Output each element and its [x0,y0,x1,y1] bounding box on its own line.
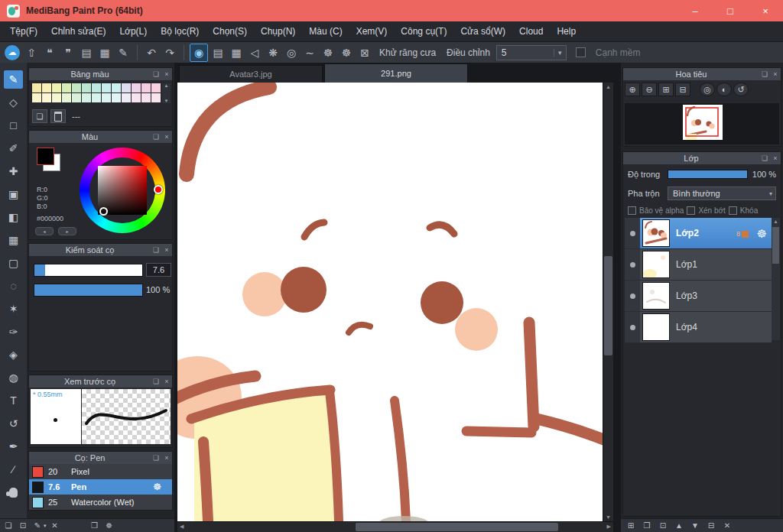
palette-swatch[interactable] [112,93,121,102]
cloud-save-button[interactable]: ☁ [5,45,20,60]
popout-icon[interactable]: ❏ [151,454,161,462]
scroll-up-icon[interactable]: ▲ [603,84,613,89]
palette-swatch[interactable] [82,83,91,92]
tool-move[interactable]: ✚ [4,162,23,180]
tool-hand[interactable] [4,483,23,501]
palette-swatch[interactable] [82,93,91,102]
palette-swatch[interactable] [132,93,141,102]
palette-scrollbar[interactable]: ▲ ▼ [162,83,171,103]
palette-swatch[interactable] [141,93,151,102]
tool-eraser[interactable]: ◇ [4,93,23,112]
tool-fill-rect[interactable]: ▣ [4,185,23,203]
share-button[interactable]: ⇧ [23,44,40,61]
scroll-left-icon[interactable]: ◀ [180,524,184,530]
move-layer-down-button[interactable]: ▼ [689,520,701,531]
delete-palette-color-button[interactable] [50,109,66,123]
delete-layer-button[interactable]: ✕ [721,520,733,531]
layer-visibility-toggle[interactable] [625,249,640,280]
layer-row-lop2[interactable]: Lớp2 8 ☸ [625,218,772,249]
scroll-down-icon[interactable]: ▼ [164,99,169,103]
palette-swatch[interactable] [92,83,101,92]
brush-settings-button[interactable]: ☸ [103,520,115,531]
brush-size-value[interactable]: 7.6 [146,263,171,277]
menu-file[interactable]: Tệp(F) [3,21,44,41]
palette-swatch[interactable] [72,83,81,92]
layer-row-lop3[interactable]: Lớp3 [625,281,772,312]
color-next-button[interactable]: ▸ [58,227,76,235]
foreground-color-swatch[interactable] [37,148,54,165]
menu-cloud[interactable]: Cloud [512,21,550,41]
adjust-dropdown[interactable]: 5 ▾ [496,45,567,60]
brush-tip-circle-button[interactable]: ◉ [190,44,208,62]
tool-eyedropper[interactable]: ∕ [4,460,23,478]
brush-config-button[interactable]: ☸ [320,44,336,61]
tool-gradient[interactable]: ▦ [4,231,23,249]
palette-swatch[interactable] [32,83,41,92]
hue-indicator[interactable] [154,185,163,194]
add-folder-button[interactable]: ❐ [641,520,653,531]
brush-item-watercolor[interactable]: 25 Watercolor (Wet) [29,495,172,510]
new-document-button[interactable]: ▤ [78,44,95,61]
popout-icon[interactable]: ❏ [759,70,770,78]
move-layer-up-button[interactable]: ▲ [673,520,685,531]
palette-swatch[interactable] [72,93,81,102]
tool-magic-wand[interactable]: ✶ [4,300,23,318]
chevron-down-icon[interactable]: ▾ [44,523,47,529]
fit-window-button[interactable]: ⊞ [658,83,674,96]
menu-snap[interactable]: Chụp(N) [254,21,302,41]
menu-layer[interactable]: Lớp(L) [112,21,154,41]
brush-gear-icon[interactable]: ☸ [153,482,161,492]
popout-icon[interactable]: ❏ [151,70,161,78]
palette-swatch[interactable] [122,83,131,92]
palette-swatch[interactable] [132,83,141,92]
popout-icon[interactable]: ❏ [151,133,161,141]
menu-select[interactable]: Chọn(S) [206,21,254,41]
layer-row-lop4[interactable]: Lớp4 [625,312,772,343]
add-palette-color-button[interactable]: ❏ [32,109,47,123]
palette-swatch[interactable] [52,93,61,102]
layer-opacity-slider[interactable] [668,170,748,179]
scroll-right-icon[interactable]: ▶ [607,524,611,530]
popout-icon[interactable]: ❏ [759,154,770,162]
antialias-toggle-icon[interactable]: ⊠ [356,44,373,61]
tool-select-bucket[interactable]: ◍ [4,368,23,387]
menu-edit[interactable]: Chỉnh sửa(E) [44,21,112,41]
palette-swatch[interactable] [151,83,161,92]
palette-swatch[interactable] [92,93,101,102]
tab-291[interactable]: 291.png [324,63,468,83]
layer-visibility-toggle[interactable] [625,312,640,342]
menu-window[interactable]: Cửa sổ(W) [453,21,512,41]
palette-swatch[interactable] [112,83,121,92]
tool-brush[interactable]: ✎ [4,70,23,89]
brush-opacity-slider[interactable] [34,284,143,297]
navigator-view[interactable] [625,103,779,144]
minimize-button[interactable]: – [677,0,713,21]
rotate-reset-button[interactable]: ◎ [700,83,715,96]
menu-color[interactable]: Màu (C) [302,21,349,41]
clipboard-brush-button[interactable]: ⊡ [17,520,29,531]
brush-menu-button[interactable]: ✎ [31,520,44,531]
canvas[interactable] [177,83,603,521]
flip-horizontal-button[interactable]: ◐ [716,83,732,96]
brush-lines-button[interactable]: ▤ [210,44,226,61]
vertical-scrollbar[interactable]: ▲ ▼ [603,83,613,521]
new-brush-button[interactable]: ❏ [2,520,15,531]
tool-text[interactable]: T [4,391,23,410]
chat-button[interactable]: ❞ [60,44,76,61]
tool-pen[interactable]: ✒ [4,437,23,456]
menu-help[interactable]: Help [550,21,583,41]
palette-swatch[interactable] [42,93,51,102]
palette-swatch[interactable] [42,83,51,92]
tool-rectangle[interactable]: □ [4,116,23,135]
tab-avatar3[interactable]: Avatar3.jpg [179,65,323,83]
menu-filter[interactable]: Bộ lọc(R) [154,21,206,41]
brush-grid-button[interactable]: ▦ [228,44,245,61]
close-icon[interactable]: × [161,378,172,385]
lock-checkbox[interactable] [729,206,737,215]
palette-swatch[interactable] [102,93,111,102]
scroll-up-icon[interactable]: ▲ [772,219,780,224]
palette-swatch[interactable] [122,93,131,102]
vertical-scroll-thumb[interactable] [604,256,612,355]
layer-settings-gear-icon[interactable]: ☸ [757,227,767,241]
duplicate-layer-button[interactable]: ⊡ [657,520,669,531]
